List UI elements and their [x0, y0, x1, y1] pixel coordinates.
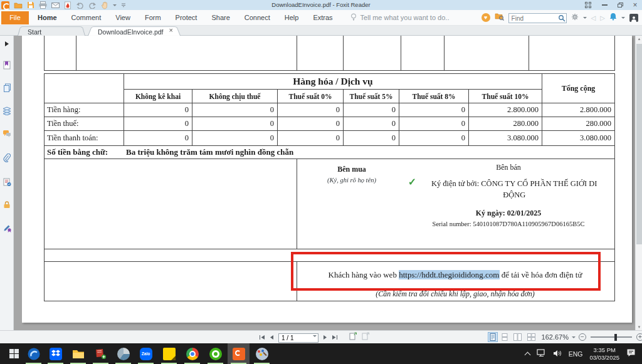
attachments-panel-icon[interactable] [0, 153, 14, 162]
open-file-icon[interactable] [14, 2, 23, 9]
notification-bell-icon[interactable] [609, 12, 617, 23]
continuous-view-icon[interactable] [500, 333, 509, 341]
tray-expand-icon[interactable] [524, 351, 530, 358]
email-icon[interactable] [51, 3, 60, 8]
find-search-icon[interactable] [558, 13, 566, 24]
zoom-dropdown-icon[interactable] [572, 336, 576, 338]
settings-gear-icon[interactable] [571, 12, 579, 23]
verification-note: (Cần kiểm tra đối chiếu khi lập, giao, n… [297, 289, 613, 299]
customize-toolbar-icon[interactable] [121, 3, 126, 8]
language-indicator[interactable]: ENG [569, 350, 583, 358]
hand-tool-dropdown-icon[interactable] [113, 4, 117, 6]
zoom-in-button[interactable]: + [636, 333, 642, 341]
print-icon[interactable] [39, 1, 47, 9]
security-panel-icon[interactable] [0, 178, 14, 187]
menu-file[interactable]: File [1, 11, 29, 24]
next-view-button[interactable] [362, 331, 370, 343]
menu-share[interactable]: Share [211, 14, 229, 21]
taskbar-app-browser[interactable] [23, 343, 45, 364]
forward-arrow-icon[interactable]: ▷ [600, 14, 605, 21]
first-page-button[interactable] [259, 331, 265, 343]
cell-value: 0 [278, 131, 344, 145]
foxit-logo-icon[interactable] [1, 1, 9, 9]
menu-protect[interactable]: Protect [176, 14, 197, 21]
cell-value: 3.080.000 [469, 131, 542, 145]
continuous-facing-view-icon[interactable] [526, 333, 537, 341]
taskbar-app-coccoc[interactable] [204, 343, 226, 364]
workspace-switch-icon[interactable] [583, 1, 593, 9]
taskbar-app-chrome[interactable] [181, 343, 203, 364]
next-page-button[interactable] [323, 331, 327, 343]
close-button[interactable]: × [630, 1, 640, 9]
tell-me-box[interactable]: Tell me what you want to do.. [350, 13, 450, 23]
taskbar-app-dictionary[interactable] [90, 343, 112, 364]
cell-value: 0 [124, 117, 192, 131]
notification-dropdown-icon[interactable] [621, 17, 625, 19]
settings-dropdown-icon[interactable] [583, 17, 587, 19]
zoom-slider[interactable] [591, 336, 632, 338]
column-header: Thuế suất 8% [399, 90, 469, 103]
menu-form[interactable]: Form [145, 14, 161, 21]
tab-document[interactable]: DownloadEInvoice.pdf × [88, 26, 181, 36]
previous-page-button[interactable] [270, 331, 274, 343]
taskbar-app-dropbox[interactable] [45, 343, 66, 364]
clock[interactable]: 3:35 PM 03/03/2025 [589, 346, 619, 361]
zoom-level[interactable]: 162.67% [540, 333, 569, 341]
scroll-down-icon[interactable]: ▼ [636, 325, 642, 329]
windows-logo-icon [9, 349, 19, 359]
expand-panel-icon[interactable] [0, 41, 14, 47]
tab-document-label: DownloadEInvoice.pdf [88, 28, 163, 36]
taskbar-app-file-explorer[interactable] [67, 343, 89, 364]
navigation-sidebar [0, 36, 14, 330]
hand-tool-icon[interactable] [101, 1, 108, 9]
taskbar-app-pie-tool[interactable] [112, 343, 134, 364]
menu-extras[interactable]: Extras [313, 14, 332, 21]
account-avatar[interactable] [629, 14, 638, 22]
cell-total: 280.000 [542, 117, 614, 131]
minimize-button[interactable] [599, 1, 609, 9]
taskbar-app-sticky-notes[interactable] [158, 343, 180, 364]
previous-view-button[interactable] [349, 331, 357, 343]
tab-start[interactable]: Start [18, 26, 85, 36]
menu-connect[interactable]: Connect [245, 14, 270, 21]
seller-signature-block: Bên bán ✓ Ký điện tử bởi: CÔNG TY CỔ PHẦ… [396, 163, 621, 227]
page-dropdown-icon[interactable] [313, 335, 317, 337]
zoom-out-button[interactable]: − [579, 333, 586, 341]
scroll-up-icon[interactable]: ▲ [636, 37, 642, 41]
action-center-icon[interactable] [626, 348, 636, 360]
menu-home[interactable]: Home [38, 14, 57, 21]
create-pdf-icon[interactable] [64, 1, 71, 9]
undo-icon[interactable] [76, 2, 84, 9]
lock-panel-icon[interactable] [0, 200, 14, 209]
digital-signature-panel-icon[interactable] [0, 224, 14, 232]
redo-icon[interactable] [88, 2, 97, 9]
volume-icon[interactable] [553, 348, 562, 360]
layers-panel-icon[interactable] [0, 107, 14, 115]
tab-close-icon[interactable]: × [169, 26, 173, 35]
single-page-view-icon[interactable] [488, 333, 497, 341]
back-arrow-icon[interactable]: ◁ [591, 14, 596, 21]
table-corner-cell [45, 74, 124, 103]
menu-view[interactable]: View [115, 14, 130, 21]
column-header: Thuế suất 0% [278, 90, 344, 103]
scrollbar-thumb[interactable] [636, 44, 642, 244]
red-highlight-annotation [291, 252, 601, 291]
menu-help[interactable]: Help [285, 14, 299, 21]
taskbar-app-paint[interactable] [251, 343, 273, 364]
zoom-slider-thumb[interactable] [614, 334, 617, 341]
comments-panel-icon[interactable] [0, 130, 14, 138]
network-icon[interactable] [537, 348, 546, 360]
search-folder-icon[interactable] [495, 12, 504, 23]
facing-view-icon[interactable] [512, 333, 523, 341]
vertical-scrollbar[interactable]: ▲ ▼ [635, 36, 642, 330]
restore-button[interactable] [615, 1, 625, 9]
zalo-label: Zalo [140, 348, 152, 360]
menu-comment[interactable]: Comment [71, 14, 102, 21]
pages-panel-icon[interactable] [0, 83, 14, 93]
favorites-heart-icon[interactable]: ♥ [482, 13, 490, 22]
save-icon[interactable] [27, 1, 34, 9]
last-page-button[interactable] [332, 331, 338, 343]
taskbar-app-zalo[interactable]: Zalo [135, 343, 157, 364]
bookmarks-panel-icon[interactable] [0, 61, 14, 70]
taskbar-app-foxit-active[interactable] [228, 343, 250, 364]
